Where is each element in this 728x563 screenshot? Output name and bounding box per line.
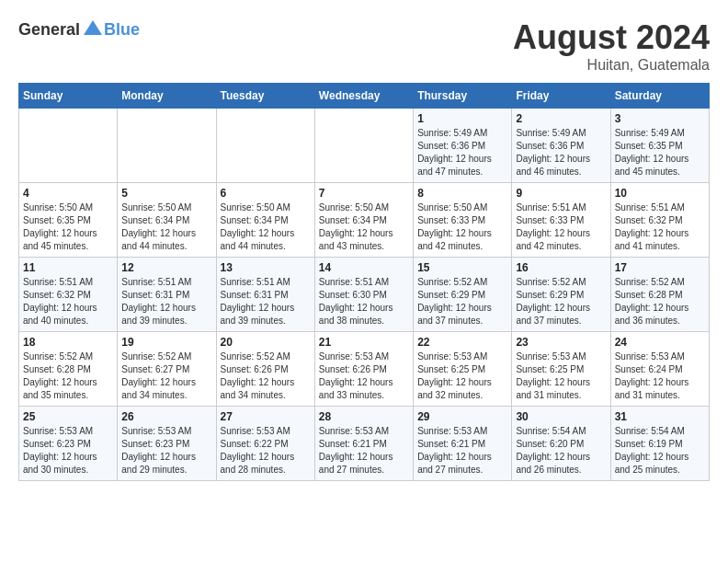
calendar-cell: 9Sunrise: 5:51 AM Sunset: 6:33 PM Daylig… <box>512 183 610 258</box>
day-info: Sunrise: 5:50 AM Sunset: 6:34 PM Dayligh… <box>221 201 311 253</box>
day-number: 18 <box>23 336 113 349</box>
day-info: Sunrise: 5:50 AM Sunset: 6:34 PM Dayligh… <box>319 201 409 253</box>
day-info: Sunrise: 5:53 AM Sunset: 6:21 PM Dayligh… <box>319 425 409 477</box>
calendar-cell: 23Sunrise: 5:53 AM Sunset: 6:25 PM Dayli… <box>512 332 610 407</box>
calendar-cell: 4Sunrise: 5:50 AM Sunset: 6:35 PM Daylig… <box>19 183 118 258</box>
calendar-cell: 27Sunrise: 5:53 AM Sunset: 6:22 PM Dayli… <box>216 407 314 481</box>
day-number: 20 <box>221 336 311 349</box>
day-number: 1 <box>417 112 507 125</box>
day-header-thursday: Thursday <box>414 84 512 109</box>
calendar-cell: 5Sunrise: 5:50 AM Sunset: 6:34 PM Daylig… <box>118 183 216 258</box>
day-info: Sunrise: 5:52 AM Sunset: 6:29 PM Dayligh… <box>417 276 507 327</box>
calendar-cell: 19Sunrise: 5:52 AM Sunset: 6:27 PM Dayli… <box>118 332 216 407</box>
day-header-saturday: Saturday <box>610 84 709 109</box>
day-number: 10 <box>615 187 705 200</box>
days-header-row: SundayMondayTuesdayWednesdayThursdayFrid… <box>19 84 710 109</box>
day-info: Sunrise: 5:51 AM Sunset: 6:31 PM Dayligh… <box>221 276 311 327</box>
day-info: Sunrise: 5:52 AM Sunset: 6:28 PM Dayligh… <box>615 276 705 327</box>
calendar-cell: 12Sunrise: 5:51 AM Sunset: 6:31 PM Dayli… <box>118 258 216 332</box>
day-info: Sunrise: 5:50 AM Sunset: 6:35 PM Dayligh… <box>23 201 113 253</box>
day-number: 7 <box>319 187 409 200</box>
day-info: Sunrise: 5:52 AM Sunset: 6:29 PM Dayligh… <box>516 276 606 327</box>
calendar-cell: 1Sunrise: 5:49 AM Sunset: 6:36 PM Daylig… <box>414 109 512 183</box>
day-header-tuesday: Tuesday <box>216 84 314 109</box>
day-info: Sunrise: 5:50 AM Sunset: 6:34 PM Dayligh… <box>121 201 211 253</box>
calendar-cell: 6Sunrise: 5:50 AM Sunset: 6:34 PM Daylig… <box>216 183 314 258</box>
day-number: 16 <box>516 261 606 274</box>
calendar-week-4: 18Sunrise: 5:52 AM Sunset: 6:28 PM Dayli… <box>19 332 710 407</box>
calendar-cell: 31Sunrise: 5:54 AM Sunset: 6:19 PM Dayli… <box>610 407 709 481</box>
day-number: 19 <box>121 336 211 349</box>
day-info: Sunrise: 5:51 AM Sunset: 6:33 PM Dayligh… <box>516 201 606 253</box>
day-info: Sunrise: 5:51 AM Sunset: 6:31 PM Dayligh… <box>121 276 211 327</box>
day-header-monday: Monday <box>118 84 216 109</box>
day-header-sunday: Sunday <box>19 84 118 109</box>
day-info: Sunrise: 5:53 AM Sunset: 6:22 PM Dayligh… <box>221 425 311 477</box>
calendar-cell: 26Sunrise: 5:53 AM Sunset: 6:23 PM Dayli… <box>118 407 216 481</box>
day-info: Sunrise: 5:53 AM Sunset: 6:25 PM Dayligh… <box>417 350 507 402</box>
day-number: 31 <box>615 410 705 423</box>
calendar-cell: 15Sunrise: 5:52 AM Sunset: 6:29 PM Dayli… <box>414 258 512 332</box>
day-number: 9 <box>516 187 606 200</box>
calendar-cell: 14Sunrise: 5:51 AM Sunset: 6:30 PM Dayli… <box>314 258 413 332</box>
calendar-cell: 28Sunrise: 5:53 AM Sunset: 6:21 PM Dayli… <box>314 407 413 481</box>
day-number: 23 <box>516 336 606 349</box>
calendar-cell: 29Sunrise: 5:53 AM Sunset: 6:21 PM Dayli… <box>414 407 512 481</box>
location: Huitan, Guatemala <box>513 57 710 74</box>
day-number: 6 <box>221 187 311 200</box>
calendar-cell: 21Sunrise: 5:53 AM Sunset: 6:26 PM Dayli… <box>314 332 413 407</box>
calendar-week-3: 11Sunrise: 5:51 AM Sunset: 6:32 PM Dayli… <box>19 258 710 332</box>
calendar-cell: 25Sunrise: 5:53 AM Sunset: 6:23 PM Dayli… <box>19 407 118 481</box>
day-number: 29 <box>417 410 507 423</box>
calendar-cell <box>118 109 216 183</box>
logo-blue: Blue <box>104 20 140 40</box>
day-info: Sunrise: 5:52 AM Sunset: 6:26 PM Dayligh… <box>221 350 311 402</box>
calendar-cell: 30Sunrise: 5:54 AM Sunset: 6:20 PM Dayli… <box>512 407 610 481</box>
day-number: 3 <box>615 112 705 125</box>
logo: General Blue <box>18 18 140 40</box>
day-number: 17 <box>615 261 705 274</box>
day-info: Sunrise: 5:51 AM Sunset: 6:32 PM Dayligh… <box>23 276 113 327</box>
day-number: 14 <box>319 261 409 274</box>
day-number: 12 <box>121 261 211 274</box>
day-info: Sunrise: 5:53 AM Sunset: 6:26 PM Dayligh… <box>319 350 409 402</box>
day-info: Sunrise: 5:52 AM Sunset: 6:28 PM Dayligh… <box>23 350 113 402</box>
day-number: 13 <box>221 261 311 274</box>
day-number: 21 <box>319 336 409 349</box>
calendar-cell: 13Sunrise: 5:51 AM Sunset: 6:31 PM Dayli… <box>216 258 314 332</box>
calendar-cell: 8Sunrise: 5:50 AM Sunset: 6:33 PM Daylig… <box>414 183 512 258</box>
calendar-week-2: 4Sunrise: 5:50 AM Sunset: 6:35 PM Daylig… <box>19 183 710 258</box>
day-number: 5 <box>121 187 211 200</box>
day-info: Sunrise: 5:51 AM Sunset: 6:30 PM Dayligh… <box>319 276 409 327</box>
day-number: 2 <box>516 112 606 125</box>
day-number: 15 <box>417 261 507 274</box>
calendar-cell: 3Sunrise: 5:49 AM Sunset: 6:35 PM Daylig… <box>610 109 709 183</box>
day-number: 24 <box>615 336 705 349</box>
day-info: Sunrise: 5:53 AM Sunset: 6:23 PM Dayligh… <box>121 425 211 477</box>
day-number: 28 <box>319 410 409 423</box>
day-info: Sunrise: 5:51 AM Sunset: 6:32 PM Dayligh… <box>615 201 705 253</box>
calendar-cell: 7Sunrise: 5:50 AM Sunset: 6:34 PM Daylig… <box>314 183 413 258</box>
calendar-cell: 11Sunrise: 5:51 AM Sunset: 6:32 PM Dayli… <box>19 258 118 332</box>
calendar-cell: 10Sunrise: 5:51 AM Sunset: 6:32 PM Dayli… <box>610 183 709 258</box>
svg-marker-0 <box>84 20 102 35</box>
day-number: 26 <box>121 410 211 423</box>
day-header-wednesday: Wednesday <box>314 84 413 109</box>
month-year: August 2024 <box>513 18 710 57</box>
day-header-friday: Friday <box>512 84 610 109</box>
calendar-table: SundayMondayTuesdayWednesdayThursdayFrid… <box>18 83 710 481</box>
title-block: August 2024 Huitan, Guatemala <box>513 18 710 74</box>
day-info: Sunrise: 5:50 AM Sunset: 6:33 PM Dayligh… <box>417 201 507 253</box>
day-info: Sunrise: 5:54 AM Sunset: 6:20 PM Dayligh… <box>516 425 606 477</box>
day-number: 30 <box>516 410 606 423</box>
day-info: Sunrise: 5:49 AM Sunset: 6:36 PM Dayligh… <box>417 127 507 178</box>
day-number: 4 <box>23 187 113 200</box>
calendar-cell: 22Sunrise: 5:53 AM Sunset: 6:25 PM Dayli… <box>414 332 512 407</box>
day-info: Sunrise: 5:53 AM Sunset: 6:24 PM Dayligh… <box>615 350 705 402</box>
calendar-cell: 16Sunrise: 5:52 AM Sunset: 6:29 PM Dayli… <box>512 258 610 332</box>
calendar-cell <box>19 109 118 183</box>
calendar-cell: 17Sunrise: 5:52 AM Sunset: 6:28 PM Dayli… <box>610 258 709 332</box>
logo-general: General <box>18 20 80 40</box>
day-info: Sunrise: 5:52 AM Sunset: 6:27 PM Dayligh… <box>121 350 211 402</box>
calendar-cell: 2Sunrise: 5:49 AM Sunset: 6:36 PM Daylig… <box>512 109 610 183</box>
